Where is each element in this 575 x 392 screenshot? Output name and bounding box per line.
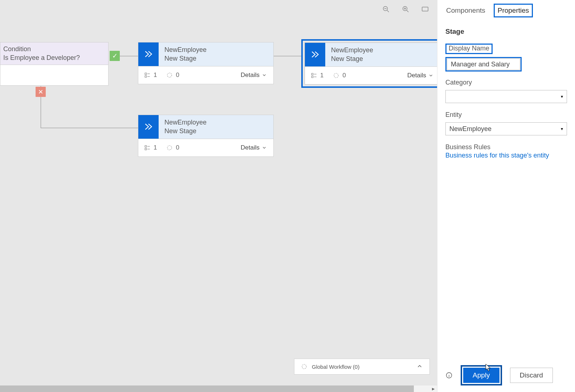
stage-details-toggle[interactable]: Details [241, 144, 267, 151]
stage-icon [138, 42, 159, 66]
chevron-down-icon: ▾ [561, 126, 563, 131]
svg-rect-9 [145, 75, 147, 77]
entity-label: Entity [445, 111, 567, 119]
stage-stats: 1 0 [144, 144, 179, 151]
business-rules-link[interactable]: Business rules for this stage's entity [445, 152, 567, 159]
svg-rect-19 [145, 148, 147, 150]
stage-icon [138, 115, 159, 139]
properties-panel: Components Properties Stage Display Name… [437, 0, 575, 392]
chevron-down-icon [262, 145, 267, 150]
fit-to-screen-icon[interactable] [420, 4, 430, 14]
stage-entity: NewEmployee [331, 46, 373, 54]
svg-point-22 [167, 146, 172, 150]
svg-rect-14 [311, 76, 313, 78]
branch-no-icon: ✕ [36, 87, 46, 97]
panel-tabs: Components Properties [445, 4, 567, 17]
condition-header: Condition Is Employee a Developer? [0, 42, 108, 65]
svg-point-17 [334, 73, 338, 78]
bpf-canvas[interactable]: Condition Is Employee a Developer? ✓ ✕ N… [0, 0, 437, 392]
stage-entity: NewEmployee [164, 45, 207, 54]
stage-node-1[interactable]: NewEmployee New Stage 1 0 Details [138, 42, 274, 84]
connector [120, 56, 138, 56]
canvas-horizontal-scrollbar[interactable]: ▸ [0, 385, 437, 392]
stage-node-3[interactable]: NewEmployee New Stage 1 0 Details [138, 115, 274, 157]
stage-details-toggle[interactable]: Details [407, 72, 433, 79]
workflow-icon [166, 72, 173, 78]
chevron-up-icon [416, 363, 423, 371]
entity-value: NewEmployee [449, 125, 492, 133]
workflow-icon [166, 144, 173, 151]
svg-rect-8 [145, 73, 147, 75]
stage-node-2-selected[interactable]: NewEmployee New Stage 1 0 Details [301, 39, 437, 88]
scrollbar-arrow-right-icon[interactable]: ▸ [430, 385, 437, 392]
category-select[interactable]: ▾ [445, 90, 567, 103]
display-name-input[interactable] [447, 58, 520, 70]
tab-components[interactable]: Components [445, 5, 486, 16]
entity-select[interactable]: NewEmployee ▾ [445, 122, 567, 135]
apply-button[interactable]: Apply [463, 368, 499, 383]
display-name-label: Display Name [445, 44, 493, 54]
discard-button[interactable]: Discard [510, 368, 553, 383]
condition-body [0, 65, 108, 87]
connector [41, 128, 138, 128]
condition-node[interactable]: Condition Is Employee a Developer? [0, 42, 109, 86]
stage-name: New Stage [331, 54, 373, 63]
svg-rect-7 [422, 7, 428, 11]
global-workflow-panel[interactable]: Global Workflow (0) [294, 359, 430, 375]
stage-name: New Stage [164, 127, 207, 135]
stage-icon [305, 43, 325, 66]
zoom-out-icon[interactable] [381, 4, 391, 14]
canvas-toolbar [381, 4, 430, 14]
steps-icon [144, 144, 151, 151]
condition-type-label: Condition [3, 45, 104, 53]
steps-icon [311, 72, 317, 79]
branch-yes-icon: ✓ [110, 51, 120, 61]
workflow-icon [301, 363, 307, 370]
scrollbar-thumb[interactable] [0, 385, 414, 392]
svg-line-4 [407, 10, 408, 12]
stage-stats: 1 0 [144, 72, 179, 79]
connector [274, 56, 301, 56]
svg-line-1 [387, 10, 389, 12]
svg-point-12 [167, 73, 172, 77]
tab-properties[interactable]: Properties [497, 5, 530, 16]
svg-rect-18 [145, 146, 147, 147]
stage-name: New Stage [164, 54, 207, 63]
business-rules-label: Business Rules [445, 143, 567, 151]
chevron-down-icon [428, 73, 433, 78]
svg-point-26 [449, 374, 449, 374]
svg-rect-13 [311, 73, 313, 75]
global-workflow-label: Global Workflow (0) [312, 364, 359, 370]
condition-expression: Is Employee a Developer? [3, 53, 104, 62]
workflow-icon [333, 72, 339, 79]
chevron-down-icon: ▾ [561, 94, 563, 99]
chevron-down-icon [262, 73, 267, 78]
steps-icon [144, 72, 151, 78]
stage-details-toggle[interactable]: Details [241, 72, 267, 79]
stage-entity: NewEmployee [164, 118, 207, 127]
category-label: Category [445, 79, 567, 86]
panel-section-title: Stage [445, 28, 567, 36]
svg-point-23 [302, 364, 306, 369]
zoom-in-icon[interactable] [401, 4, 410, 14]
info-icon[interactable] [445, 372, 453, 379]
stage-stats: 1 0 [311, 72, 346, 79]
